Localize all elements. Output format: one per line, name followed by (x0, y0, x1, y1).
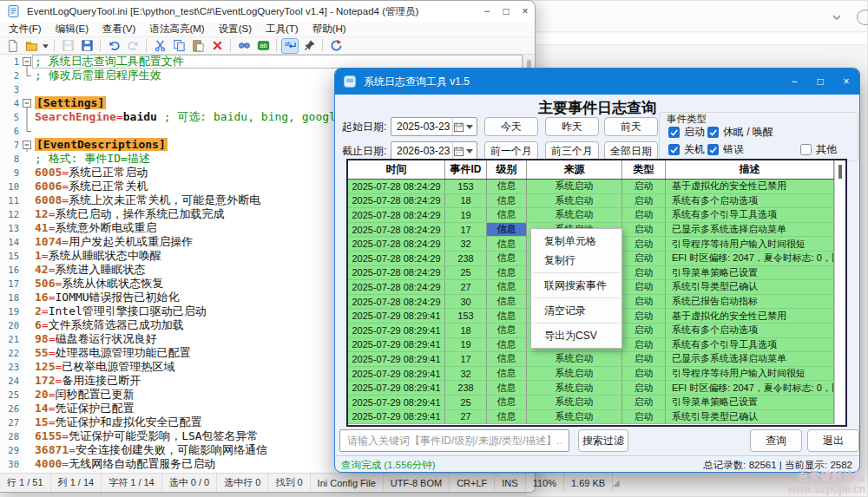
table-cell[interactable]: 启动 (622, 324, 666, 337)
table-cell[interactable]: 2025-07-29 08:29:41 (348, 324, 445, 337)
table-cell[interactable]: 启动 (622, 295, 666, 309)
table-cell[interactable]: 系统有多个引导工具选项 (666, 338, 834, 352)
table-cell[interactable]: 系统有多个启动选项 (666, 194, 834, 208)
fold-marker[interactable] (22, 110, 32, 124)
column-header[interactable]: 级别 (487, 160, 527, 179)
fold-marker[interactable] (22, 124, 32, 138)
table-cell[interactable]: 启动 (622, 309, 666, 323)
table-cell[interactable]: 信息 (487, 237, 527, 251)
statusbar-segment[interactable]: CR+LF (450, 474, 495, 492)
table-cell[interactable]: 启动 (622, 194, 666, 208)
delete-icon[interactable] (208, 38, 226, 54)
event-type-checkbox[interactable]: 启动 (668, 125, 705, 140)
save-icon[interactable] (59, 38, 76, 54)
context-menu-item[interactable]: 联网搜索事件 (531, 276, 621, 295)
table-cell[interactable]: 2025-07-29 08:29:41 (348, 381, 445, 395)
replace-icon[interactable]: ab (254, 38, 272, 54)
table-cell[interactable]: 2025-07-28 08:24:29 (348, 252, 445, 265)
dialog-titlebar[interactable]: 系统日志查询工具 v1.5 − □ × (335, 69, 859, 95)
start-date-input[interactable]: 2025-03-23 (391, 117, 477, 136)
editor-line[interactable]: 1; 系统日志查询工具配置文件 (0, 55, 523, 69)
table-cell[interactable]: 系统有多个启动选项 (666, 324, 834, 337)
maximize-button[interactable]: □ (496, 1, 516, 22)
table-cell[interactable]: 系统启动 (527, 208, 622, 222)
table-cell[interactable]: 2025-07-29 08:29:41 (348, 352, 445, 366)
menu-item[interactable]: 查看(V) (95, 23, 142, 36)
table-cell[interactable]: 系统启动 (527, 381, 622, 395)
table-cell[interactable]: 启动 (622, 410, 666, 424)
table-cell[interactable]: 系统启动 (527, 352, 622, 366)
cut-icon[interactable] (151, 38, 168, 54)
table-cell[interactable]: 信息 (487, 266, 527, 280)
table-cell[interactable]: 系统启动 (527, 396, 622, 409)
find-icon[interactable] (235, 38, 253, 54)
table-cell[interactable]: 153 (445, 309, 487, 323)
context-menu-item[interactable]: 复制行 (531, 251, 621, 270)
menu-item[interactable]: 工具(T) (259, 23, 306, 36)
table-cell[interactable]: 系统有多个引导工具选项 (666, 208, 834, 222)
table-row[interactable]: 2025-07-29 08:29:4125信息系统启动启动引导菜单策略已设置 (348, 396, 834, 410)
table-cell[interactable]: 引导菜单策略已设置 (666, 396, 834, 409)
statusbar-segment[interactable]: INS (495, 474, 525, 492)
table-cell[interactable]: 启动 (622, 266, 666, 280)
table-cell[interactable]: 信息 (487, 194, 527, 208)
table-scrollbar[interactable] (834, 160, 845, 425)
column-header[interactable]: 描述 (666, 160, 834, 179)
quick-date-button[interactable]: 今天 (484, 117, 538, 136)
table-cell[interactable]: 30 (445, 295, 487, 309)
event-type-checkbox[interactable]: 休眠 / 唤醒 (707, 125, 773, 140)
statusbar-segment[interactable]: 选中 0 / 0 (162, 474, 217, 492)
quick-date-button[interactable]: 前天 (604, 117, 658, 136)
table-cell[interactable]: 启动 (622, 223, 666, 237)
end-date-input[interactable]: 2026-03-23 (391, 141, 477, 160)
table-cell[interactable]: 启动 (622, 352, 666, 366)
query-button[interactable]: 查询 (750, 429, 802, 452)
resize-grip[interactable]: ◢ (613, 478, 620, 487)
table-cell[interactable]: 信息 (487, 338, 527, 352)
table-scrollbar-thumb[interactable] (838, 165, 842, 179)
quick-date-button[interactable]: 昨天 (545, 117, 599, 136)
table-cell[interactable]: 2025-07-28 08:24:29 (348, 295, 445, 309)
table-cell[interactable]: 2025-07-28 08:24:29 (348, 266, 445, 280)
event-type-checkbox[interactable]: 关机 (668, 142, 705, 157)
table-cell[interactable]: 信息 (487, 309, 527, 323)
table-cell[interactable]: 信息 (487, 381, 527, 395)
reload-icon[interactable] (327, 38, 345, 54)
table-cell[interactable]: 信息 (487, 367, 527, 381)
undo-icon[interactable] (105, 38, 122, 54)
table-cell[interactable]: 信息 (487, 352, 527, 366)
table-cell[interactable]: 25 (445, 266, 487, 280)
fold-marker[interactable] (22, 138, 32, 152)
quick-range-button[interactable]: 全部日期 (604, 141, 658, 160)
table-cell[interactable]: 系统启动 (527, 194, 622, 208)
statusbar-segment[interactable]: 行 1 / 51 (0, 474, 51, 492)
table-cell[interactable]: 32 (445, 237, 487, 251)
table-cell[interactable]: 系统启动 (527, 367, 622, 381)
close-button[interactable]: × (516, 1, 535, 22)
table-row[interactable]: 2025-07-29 08:29:4132信息系统启动启动引导程序等待用户输入时… (348, 367, 834, 382)
table-cell[interactable]: 系统引导类型已确认 (666, 410, 834, 424)
table-row[interactable]: 2025-07-28 08:24:2918信息系统启动启动系统有多个启动选项 (348, 194, 834, 209)
menu-item[interactable]: 语法高亮(M) (142, 23, 211, 36)
statusbar-segment[interactable]: 列 1 / 14 (51, 474, 102, 492)
table-cell[interactable]: 引导菜单策略已设置 (666, 266, 834, 280)
dialog-minimize-button[interactable]: − (781, 69, 807, 95)
table-cell[interactable]: 启动 (622, 280, 666, 294)
dialog-maximize-button[interactable]: □ (807, 69, 833, 95)
table-cell[interactable]: 2025-07-29 08:29:41 (348, 367, 445, 381)
open-file-icon[interactable] (23, 38, 40, 54)
table-cell[interactable]: 25 (445, 396, 487, 409)
exit-button[interactable]: 退出 (807, 429, 859, 452)
statusbar-segment[interactable]: 找到 0 (268, 474, 310, 492)
table-cell[interactable]: 2025-07-29 08:29:41 (348, 410, 445, 424)
column-header[interactable]: 事件ID (445, 160, 487, 179)
table-cell[interactable]: 信息 (487, 280, 527, 294)
table-cell[interactable]: EFI 时区偏移: 2047，夏令时标志: 0，固件... (666, 381, 834, 395)
table-cell[interactable]: 信息 (487, 208, 527, 222)
table-cell[interactable]: 27 (445, 410, 487, 424)
table-cell[interactable]: 信息 (487, 180, 527, 193)
table-cell[interactable]: 基于虚拟化的安全性已禁用 (666, 180, 834, 193)
redo-icon[interactable] (124, 38, 141, 54)
table-cell[interactable]: 信息 (487, 252, 527, 265)
table-cell[interactable]: 2025-07-28 08:24:29 (348, 180, 445, 193)
